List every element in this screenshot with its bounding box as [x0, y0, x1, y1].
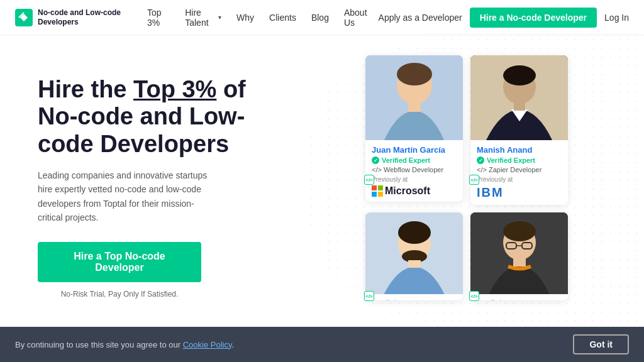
dev-card-4-photo	[470, 212, 568, 294]
dev-card-3-photo	[365, 212, 463, 294]
card-arrow-3: </>	[364, 291, 374, 301]
svg-point-11	[398, 221, 431, 244]
person-silhouette-1	[365, 55, 463, 140]
hire-talent-chevron: ▾	[218, 14, 221, 21]
dev-card-4-name: ✓ Verified Expert	[470, 294, 568, 300]
dev-card-3[interactable]: ✓ Verified Expert	[365, 212, 463, 300]
prev-label-juan: Previously at	[372, 176, 457, 183]
cookie-banner: By continuing to use this site you agree…	[0, 327, 644, 362]
ms-yellow	[378, 192, 383, 197]
no-risk-label: No-Risk Trial, Pay Only If Satisfied.	[38, 290, 201, 299]
nav-right: Apply as a Developer Hire a No-code Deve…	[379, 8, 629, 28]
hire-nocode-button[interactable]: Hire a No-code Developer	[470, 8, 597, 28]
top3-highlight: Top 3%	[133, 76, 216, 102]
svg-rect-13	[408, 260, 421, 268]
ms-red	[372, 185, 377, 190]
ms-blue	[372, 192, 377, 197]
verified-icon-manish: ✓	[477, 156, 484, 164]
nav-links: Top 3% Hire Talent ▾ Why Clients Blog Ab…	[141, 5, 379, 30]
card-arrow-2: </>	[469, 175, 479, 185]
dev-card-manish-info: Manish Anand ✓ Verified Expert </> Zapie…	[470, 140, 568, 205]
login-link[interactable]: Log In	[604, 13, 629, 23]
right-panel: Juan Martín García ✓ Verified Expert </>…	[289, 35, 644, 327]
dev-card-4[interactable]: ✓ Verified Expert	[470, 212, 568, 300]
nav-why[interactable]: Why	[230, 10, 260, 25]
dev-card-manish-photo	[470, 55, 568, 140]
svg-rect-20	[513, 259, 526, 266]
prev-label-manish: Previously at	[477, 176, 562, 183]
logo[interactable]: No-code and Low-code Developers	[15, 8, 121, 26]
dev-card-juan-info: Juan Martín García ✓ Verified Expert </>…	[365, 140, 463, 202]
nav-blog[interactable]: Blog	[305, 10, 335, 25]
got-it-button[interactable]: Got it	[573, 334, 629, 354]
verified-badge-manish: ✓ Verified Expert	[477, 156, 562, 164]
dev-card-3-wrapper: ✓ Verified Expert </>	[365, 212, 463, 300]
developer-grid: Juan Martín García ✓ Verified Expert </>…	[353, 43, 580, 313]
ibm-logo: IBM	[477, 185, 562, 200]
logo-icon	[15, 9, 33, 26]
ms-grid	[372, 185, 383, 197]
main-content: Hire the Top 3% ofNo-code and Low-code D…	[0, 35, 644, 327]
dev-card-4-wrapper: ✓ Verified Expert </>	[470, 212, 568, 300]
nav-top3[interactable]: Top 3%	[141, 5, 176, 30]
nav-hire-talent[interactable]: Hire Talent ▾	[179, 5, 228, 30]
dev-card-3-name: ✓ Verified Expert	[365, 294, 463, 300]
dev-name-juan: Juan Martín García	[372, 145, 457, 155]
nav-clients[interactable]: Clients	[263, 10, 303, 25]
nav-about-us[interactable]: About Us	[338, 5, 379, 30]
microsoft-logo: Microsoft	[372, 185, 457, 197]
svg-point-3	[397, 63, 432, 85]
left-panel: Hire the Top 3% ofNo-code and Low-code D…	[0, 35, 289, 327]
svg-point-7	[503, 65, 536, 85]
svg-point-16	[503, 221, 536, 241]
navbar: No-code and Low-code Developers Top 3% H…	[0, 0, 644, 35]
dev-card-2-wrapper: Manish Anand ✓ Verified Expert </> Zapie…	[470, 55, 568, 205]
cookie-policy-link[interactable]: Cookie Policy	[183, 340, 232, 349]
person-silhouette-2	[470, 55, 568, 140]
dev-card-manish[interactable]: Manish Anand ✓ Verified Expert </> Zapie…	[470, 55, 568, 205]
verified-badge-juan: ✓ Verified Expert	[372, 156, 457, 164]
dev-role-juan: </> Webflow Developer	[372, 166, 457, 173]
card-arrow-1: </>	[364, 175, 374, 185]
dev-name-manish: Manish Anand	[477, 145, 562, 155]
microsoft-text: Microsoft	[385, 185, 430, 197]
person-silhouette-4	[470, 212, 568, 294]
cookie-text: By continuing to use this site you agree…	[15, 340, 234, 349]
verified-icon-juan: ✓	[372, 156, 379, 164]
dev-card-1-wrapper: Juan Martín García ✓ Verified Expert </>…	[365, 55, 463, 205]
svg-rect-4	[408, 103, 421, 112]
cta-button[interactable]: Hire a Top No-code Developer	[38, 242, 201, 282]
hero-subtitle: Leading companies and innovative startup…	[38, 168, 214, 225]
hero-title: Hire the Top 3% ofNo-code and Low-code D…	[38, 76, 264, 158]
svg-rect-8	[514, 103, 525, 111]
dev-role-manish: </> Zapier Developer	[477, 166, 562, 173]
dev-card-juan-photo	[365, 55, 463, 140]
card-arrow-4: </>	[469, 291, 479, 301]
ms-green	[378, 185, 383, 190]
logo-text: No-code and Low-code Developers	[38, 8, 121, 26]
dev-card-juan[interactable]: Juan Martín García ✓ Verified Expert </>…	[365, 55, 463, 202]
person-silhouette-3	[365, 212, 463, 294]
apply-developer-link[interactable]: Apply as a Developer	[379, 13, 462, 23]
